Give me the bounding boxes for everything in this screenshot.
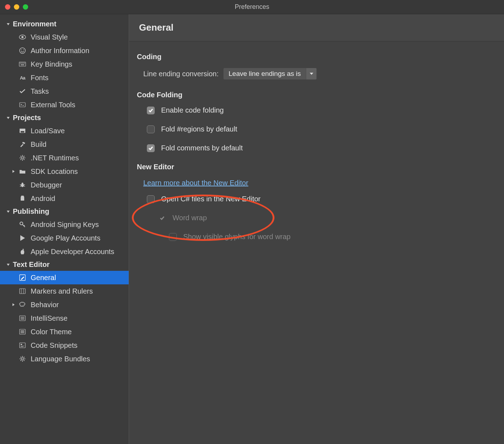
sidebar-item-apple-developer-accounts[interactable]: Apple Developer Accounts bbox=[0, 245, 129, 258]
check-icon bbox=[19, 87, 26, 95]
sidebar-item-code-snippets[interactable]: Code Snippets bbox=[0, 339, 129, 352]
sidebar: EnvironmentVisual StyleAuthor Informatio… bbox=[0, 14, 129, 444]
svg-point-2 bbox=[20, 48, 25, 53]
caret-right-icon bbox=[12, 169, 17, 174]
enable-code-folding-label: Enable code folding bbox=[161, 106, 224, 114]
enable-code-folding-row[interactable]: Enable code folding bbox=[147, 106, 496, 114]
fold-regions-row[interactable]: Fold #regions by default bbox=[147, 125, 496, 133]
sidebar-item-debugger[interactable]: Debugger bbox=[0, 178, 129, 192]
svg-rect-52 bbox=[21, 344, 22, 345]
svg-point-3 bbox=[21, 50, 22, 50]
sidebar-item-tasks[interactable]: Tasks bbox=[0, 84, 129, 98]
learn-more-link[interactable]: Learn more about the New Editor bbox=[143, 179, 248, 187]
section-projects[interactable]: Projects bbox=[0, 112, 129, 124]
svg-rect-15 bbox=[21, 131, 24, 133]
sidebar-item-intellisense[interactable]: IntelliSense bbox=[0, 311, 129, 325]
section-environment[interactable]: Environment bbox=[0, 18, 129, 30]
sidebar-item-author-information[interactable]: Author Information bbox=[0, 44, 129, 57]
sidebar-item-sdk-locations[interactable]: SDK Locations bbox=[0, 165, 129, 178]
sidebar-item-label: Android Signing Keys bbox=[31, 221, 99, 229]
palette-icon bbox=[19, 328, 26, 336]
svg-line-23 bbox=[24, 159, 25, 160]
section-text-editor[interactable]: Text Editor bbox=[0, 258, 129, 271]
svg-rect-11 bbox=[21, 64, 24, 65]
caret-down-icon bbox=[6, 262, 11, 267]
svg-rect-12 bbox=[20, 103, 25, 107]
svg-line-61 bbox=[24, 360, 25, 361]
sidebar-item-net-runtimes[interactable]: .NET Runtimes bbox=[0, 151, 129, 165]
sidebar-item-label: Google Play Accounts bbox=[31, 234, 101, 242]
terminal-icon bbox=[19, 101, 26, 109]
svg-line-62 bbox=[21, 360, 21, 361]
sidebar-item-load-save[interactable]: Load/Save bbox=[0, 124, 129, 138]
sidebar-item-color-theme[interactable]: Color Theme bbox=[0, 325, 129, 339]
code-folding-group-title: Code Folding bbox=[137, 91, 496, 99]
window-title: Preferences bbox=[0, 3, 504, 11]
svg-line-22 bbox=[21, 156, 21, 157]
sidebar-item-build[interactable]: Build bbox=[0, 138, 129, 151]
maximize-button[interactable] bbox=[23, 4, 28, 10]
svg-line-29 bbox=[24, 185, 25, 185]
folder-icon bbox=[19, 167, 26, 175]
smile-icon bbox=[19, 47, 26, 55]
main-body: Coding Line ending conversion: Leave lin… bbox=[129, 41, 504, 259]
gear-icon bbox=[19, 154, 26, 162]
gear-icon bbox=[19, 355, 26, 363]
sidebar-item-label: Debugger bbox=[31, 181, 62, 189]
sidebar-item-language-bundles[interactable]: Language Bundles bbox=[0, 352, 129, 366]
sidebar-item-fonts[interactable]: AaFonts bbox=[0, 71, 129, 84]
sidebar-item-android-signing-keys[interactable]: Android Signing Keys bbox=[0, 218, 129, 231]
svg-rect-8 bbox=[22, 63, 23, 63]
line-ending-label: Line ending conversion: bbox=[143, 70, 218, 78]
sidebar-item-label: Language Bundles bbox=[31, 355, 90, 363]
glyphs-row: Show visible glyphs for word wrap bbox=[169, 233, 496, 241]
fold-comments-label: Fold comments by default bbox=[161, 144, 243, 152]
sidebar-item-android[interactable]: Android bbox=[0, 192, 129, 205]
svg-line-25 bbox=[24, 156, 25, 157]
section-publishing[interactable]: Publishing bbox=[0, 205, 129, 218]
sidebar-item-label: Build bbox=[31, 140, 46, 149]
fold-regions-checkbox[interactable] bbox=[147, 125, 155, 133]
enable-code-folding-checkbox[interactable] bbox=[147, 107, 155, 114]
bug-icon bbox=[19, 181, 26, 189]
svg-rect-9 bbox=[23, 63, 24, 63]
sidebar-item-label: Visual Style bbox=[31, 33, 68, 41]
fold-comments-checkbox[interactable] bbox=[147, 144, 155, 152]
keyboard-icon bbox=[19, 60, 26, 68]
sidebar-item-label: Color Theme bbox=[31, 328, 72, 336]
minimize-button[interactable] bbox=[14, 4, 19, 10]
sidebar-item-visual-style[interactable]: Visual Style bbox=[0, 30, 129, 44]
sidebar-item-label: SDK Locations bbox=[31, 167, 78, 176]
svg-line-30 bbox=[20, 186, 21, 186]
open-csharp-checkbox[interactable] bbox=[147, 195, 155, 203]
main-header: General bbox=[129, 14, 504, 41]
ruler-icon bbox=[19, 287, 26, 295]
open-csharp-row[interactable]: Open C# files in the New Editor bbox=[147, 195, 496, 203]
word-wrap-checkbox bbox=[158, 214, 166, 222]
sidebar-item-general[interactable]: General bbox=[0, 271, 129, 284]
sidebar-item-external-tools[interactable]: External Tools bbox=[0, 98, 129, 112]
svg-rect-6 bbox=[20, 63, 21, 63]
traffic-lights bbox=[5, 4, 28, 10]
apple-icon bbox=[19, 248, 26, 255]
fold-comments-row[interactable]: Fold comments by default bbox=[147, 144, 496, 152]
sidebar-item-label: Code Snippets bbox=[31, 341, 77, 350]
sidebar-item-markers-and-rulers[interactable]: Markers and Rulers bbox=[0, 284, 129, 298]
android-icon bbox=[19, 195, 26, 202]
open-csharp-label: Open C# files in the New Editor bbox=[161, 195, 261, 203]
hammer-icon bbox=[19, 140, 26, 148]
sidebar-item-behavior[interactable]: Behavior bbox=[0, 298, 129, 311]
sidebar-item-label: Markers and Rulers bbox=[31, 287, 93, 295]
close-button[interactable] bbox=[5, 4, 10, 10]
svg-point-1 bbox=[21, 36, 24, 38]
sidebar-item-key-bindings[interactable]: Key Bindings bbox=[0, 57, 129, 71]
glyphs-label: Show visible glyphs for word wrap bbox=[183, 233, 290, 241]
sidebar-item-google-play-accounts[interactable]: Google Play Accounts bbox=[0, 231, 129, 245]
svg-rect-51 bbox=[20, 343, 25, 348]
svg-rect-32 bbox=[21, 197, 24, 201]
disk-icon bbox=[19, 127, 26, 135]
line-ending-select[interactable]: Leave line endings as is bbox=[223, 68, 317, 79]
caret-down-icon bbox=[6, 115, 11, 120]
svg-rect-16 bbox=[22, 142, 25, 144]
sidebar-item-label: External Tools bbox=[31, 101, 75, 109]
